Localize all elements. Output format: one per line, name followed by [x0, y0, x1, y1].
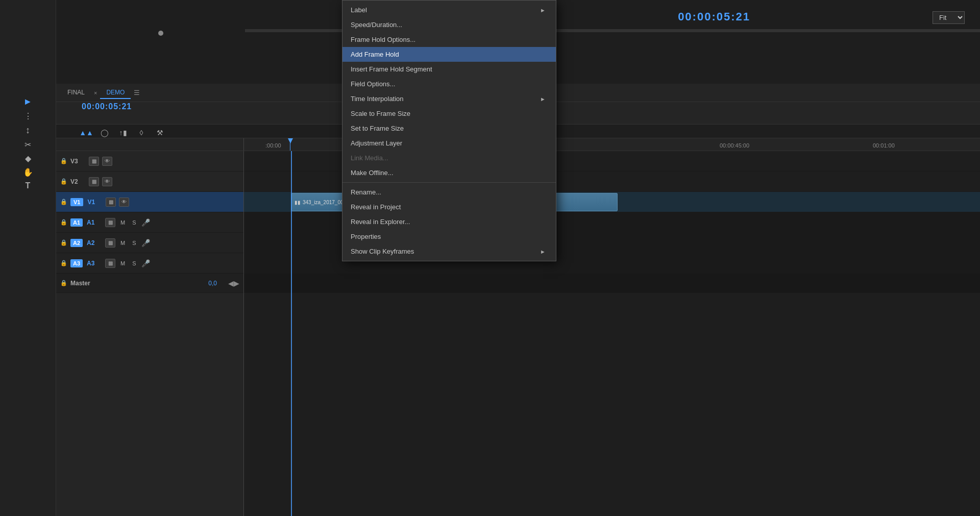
ruler-time-2: 00:00:45:00 — [720, 142, 749, 149]
menu-item-properties[interactable]: Properties — [342, 229, 556, 244]
master-lock-icon[interactable]: 🔒 — [60, 280, 67, 286]
v3-eye-btn[interactable]: 👁 — [102, 157, 112, 166]
a1-lock-icon[interactable]: 🔒 — [60, 219, 67, 226]
menu-item-scale-to-frame-size[interactable]: Scale to Frame Size — [342, 106, 556, 121]
type-tool[interactable]: T — [18, 181, 38, 190]
a1-target-indicator: A1 — [70, 218, 83, 227]
a3-m-label: M — [118, 260, 127, 266]
menu-item-time-interpolation[interactable]: Time Interpolation ► — [342, 91, 556, 106]
menu-item-adjustment-layer[interactable]: Adjustment Layer — [342, 136, 556, 151]
fit-dropdown[interactable]: Fit — [933, 11, 965, 24]
a2-lock-icon[interactable]: 🔒 — [60, 239, 67, 246]
v1-label: V1 — [87, 199, 103, 206]
clip-track-master — [244, 274, 980, 293]
tab-demo[interactable]: DEMO — [100, 87, 131, 99]
v2-eye-btn[interactable]: 👁 — [102, 177, 112, 186]
razor-tool[interactable]: ✂ — [18, 140, 38, 150]
program-timecode: 00:00:05:21 — [678, 10, 750, 23]
tab-final[interactable]: FINAL — [61, 87, 91, 99]
clip-area-playhead — [291, 151, 292, 516]
track-label-a3: 🔒 A3 A3 ▩ M S 🎤 — [56, 253, 243, 274]
tool-panel: ► ⋮ ↕ ✂ ◆ ✋ T — [0, 0, 56, 516]
master-label: Master — [70, 280, 205, 287]
a3-label: A3 — [87, 260, 102, 267]
ruler-time-0: :00:00 — [265, 142, 281, 149]
eraser-tool[interactable]: ◆ — [18, 154, 38, 163]
a1-expand-btn[interactable]: ▩ — [105, 218, 115, 227]
a2-label: A2 — [87, 239, 102, 247]
hand-tool[interactable]: ✋ — [18, 167, 38, 177]
menu-item-speed-duration[interactable]: Speed/Duration... — [342, 17, 556, 32]
a2-target-indicator: A2 — [70, 239, 83, 247]
menu-item-rename[interactable]: Rename... — [342, 185, 556, 200]
track-label-a2: 🔒 A2 A2 ▩ M S 🎤 — [56, 233, 243, 253]
menu-item-label[interactable]: Label ► — [342, 3, 556, 17]
a1-label: A1 — [87, 219, 102, 226]
track-label-v1: 🔒 V1 V1 ▩ 👁 — [56, 192, 243, 212]
v3-expand-btn[interactable]: ▩ — [89, 157, 99, 166]
track-label-v2: 🔒 V2 ▩ 👁 — [56, 171, 243, 192]
a3-s-label: S — [130, 260, 138, 266]
v2-label: V2 — [70, 178, 86, 185]
sequence-timecode: 00:00:05:21 — [82, 102, 132, 111]
a1-m-label: M — [118, 219, 127, 226]
a1-mic-icon: 🎤 — [141, 218, 150, 227]
ruler-time-3: 00:01:00 — [873, 142, 895, 149]
a2-m-label: M — [118, 240, 127, 246]
master-transport-icon[interactable]: ◀▶ — [228, 279, 239, 287]
a3-lock-icon[interactable]: 🔒 — [60, 260, 67, 266]
menu-item-field-options[interactable]: Field Options... — [342, 77, 556, 91]
v1-eye-btn[interactable]: 👁 — [119, 198, 129, 207]
a3-mic-icon: 🎤 — [141, 259, 150, 267]
v1-target-indicator: V1 — [70, 198, 83, 206]
a3-target-indicator: A3 — [70, 259, 83, 267]
menu-item-link-media: Link Media... — [342, 151, 556, 165]
context-menu: Label ► Speed/Duration... Frame Hold Opt… — [342, 0, 556, 261]
menu-arrow-label: ► — [540, 7, 546, 13]
track-label-master: 🔒 Master 0,0 ◀▶ — [56, 274, 243, 293]
a2-mic-icon: 🎤 — [141, 239, 150, 247]
menu-item-insert-frame-hold-segment[interactable]: Insert Frame Hold Segment — [342, 62, 556, 77]
menu-item-show-clip-keyframes[interactable]: Show Clip Keyframes ► — [342, 244, 556, 259]
v3-lock-icon[interactable]: 🔒 — [60, 158, 67, 164]
selection-tool[interactable]: ► — [18, 96, 38, 107]
track-labels-panel: 🔒 V3 ▩ 👁 🔒 V2 ▩ 👁 🔒 V1 V1 ▩ 👁 🔒 A1 A1 ▩ … — [56, 151, 244, 516]
menu-item-set-to-frame-size[interactable]: Set to Frame Size — [342, 121, 556, 136]
menu-separator — [342, 182, 556, 183]
menu-arrow-show-clip-keyframes: ► — [540, 249, 546, 255]
track-select-tool[interactable]: ⋮ — [18, 111, 38, 121]
track-label-v3: 🔒 V3 ▩ 👁 — [56, 151, 243, 171]
track-label-a1: 🔒 A1 A1 ▩ M S 🎤 — [56, 212, 243, 233]
menu-item-add-frame-hold[interactable]: Add Frame Hold — [342, 47, 556, 62]
menu-item-reveal-in-project[interactable]: Reveal in Project — [342, 200, 556, 214]
a3-expand-btn[interactable]: ▩ — [105, 259, 115, 268]
a1-s-label: S — [130, 219, 138, 226]
menu-item-frame-hold-options[interactable]: Frame Hold Options... — [342, 32, 556, 47]
tab-menu-icon[interactable]: ☰ — [134, 89, 140, 96]
menu-arrow-time-interpolation: ► — [540, 96, 546, 102]
v2-expand-btn[interactable]: ▩ — [89, 177, 99, 186]
a2-s-label: S — [130, 240, 138, 246]
ripple-edit-tool[interactable]: ↕ — [18, 125, 38, 136]
v1-expand-btn[interactable]: ▩ — [106, 198, 116, 207]
v3-label: V3 — [70, 158, 86, 165]
master-value: 0,0 — [208, 280, 217, 287]
v2-lock-icon[interactable]: 🔒 — [60, 178, 67, 185]
menu-item-make-offline[interactable]: Make Offline... — [342, 165, 556, 180]
menu-item-reveal-in-explorer[interactable]: Reveal in Explorer... — [342, 214, 556, 229]
clip-icon: ▮▮ — [295, 200, 301, 205]
a2-expand-btn[interactable]: ▩ — [105, 238, 115, 248]
v1-lock-icon[interactable]: 🔒 — [60, 199, 67, 205]
tab-demo-close[interactable]: × — [94, 90, 97, 96]
